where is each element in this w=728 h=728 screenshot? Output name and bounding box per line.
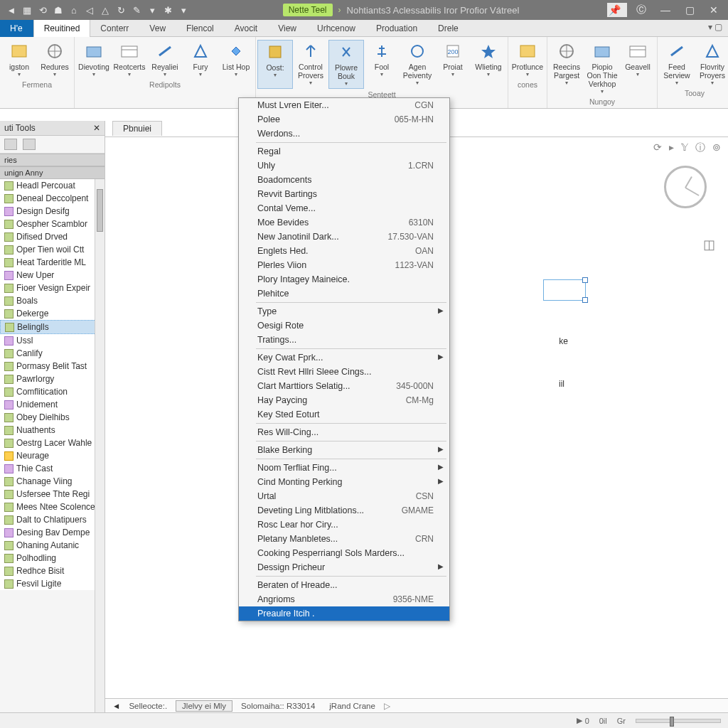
menu-item[interactable]: Clart Marttiors Selatig...345-000N <box>239 379 449 393</box>
menu-item[interactable]: Uhly1.CRN <box>239 159 449 173</box>
tree-item[interactable]: Pormasy Belit Tast <box>0 360 105 373</box>
tree-item[interactable]: Fioer Vesign Expeir <box>0 282 105 294</box>
menu-item[interactable]: Tratings... <box>239 333 449 347</box>
qat-back-icon[interactable]: ◄ <box>6 4 17 16</box>
tree-item[interactable]: Canlify <box>0 347 105 360</box>
ribbon-btn-flovrity-proyers[interactable]: Flovrity Proyers▾ <box>695 40 728 87</box>
menu-item[interactable]: Blake Berking▶ <box>239 443 449 457</box>
tree-scrollbar[interactable] <box>95 179 105 712</box>
menu-item[interactable]: Preaulre Itcih . <box>239 606 449 621</box>
tree-item[interactable]: Design Desifg <box>0 205 105 218</box>
ribbon-btn-dievoting[interactable]: Dievoting▾ <box>76 40 112 79</box>
ribbon-btn-control-provers[interactable]: Control Provers▾ <box>293 40 328 89</box>
menu-item[interactable]: Res Will-Cing... <box>239 425 449 439</box>
selected-shape[interactable] <box>543 279 586 301</box>
menu-item[interactable]: Noom Terfliat Fing...▶ <box>239 461 449 475</box>
tree-item[interactable]: Nuathents <box>0 424 105 437</box>
menu-item[interactable]: New Janotinil Dark...17.530-VAN <box>239 230 449 244</box>
menu-item[interactable]: Contal Veme... <box>239 201 449 215</box>
tree-item[interactable]: Dalt to Chlatipuers <box>0 513 105 526</box>
qat-triangle-icon[interactable]: △ <box>100 4 111 16</box>
qat-sync-icon[interactable]: ⟲ <box>37 4 48 16</box>
menu-item[interactable]: Revvit Bartings <box>239 187 449 201</box>
tree-item[interactable]: Thie Cast <box>0 462 105 475</box>
shape-handle-br[interactable] <box>582 297 588 303</box>
tab-vew[interactable]: Vew <box>139 20 176 37</box>
tree-item[interactable]: Deneal Deccolpent <box>0 192 105 205</box>
menu-item[interactable]: Englets Hed.OAN <box>239 244 449 258</box>
tree-item[interactable]: Polhodling <box>0 552 105 564</box>
sheet-tab[interactable]: Jlelvy ei Mly <box>176 700 232 712</box>
menu-item[interactable]: Polee065-M-HN <box>239 112 449 127</box>
status-run-icon[interactable]: ▶ <box>577 716 582 725</box>
tree-item[interactable]: Redhce Bisit <box>0 564 105 577</box>
menu-item[interactable]: Werdons... <box>239 127 449 141</box>
panel-sub-2[interactable]: unign Anny <box>0 166 105 179</box>
tree-item[interactable]: Difised Drved <box>0 230 105 243</box>
tree-item[interactable]: Comflitication <box>0 385 105 398</box>
tree-item[interactable]: Oper Tien woil Ctt <box>0 243 105 256</box>
qat-star-icon[interactable]: ✱ <box>162 4 173 16</box>
wc-close-icon[interactable]: ✕ <box>704 3 724 17</box>
status-zoom[interactable]: ▶ 0 <box>577 716 589 725</box>
menu-item[interactable]: Cooking Pesperriangl Sols Marders... <box>239 546 449 560</box>
pin-value-box[interactable]: 📌 8 <box>607 3 627 17</box>
qat-home-icon[interactable]: ⌂ <box>68 4 80 16</box>
tab-avocit[interactable]: Avocit <box>225 20 268 37</box>
status-oil[interactable]: 0il <box>599 717 607 725</box>
ci-info-icon[interactable]: ⓘ <box>695 141 705 154</box>
panel-close-icon[interactable]: ✕ <box>93 123 100 133</box>
menu-item[interactable]: Hay PaycingCM-Mg <box>239 393 449 407</box>
menu-item[interactable]: Key Cwat Fprk...▶ <box>239 350 449 365</box>
tab-urhcenow[interactable]: Urhcenow <box>307 20 366 37</box>
ribbon-btn-fool[interactable]: Fool▾ <box>364 40 400 89</box>
qat-compass-icon[interactable]: ◁ <box>84 4 95 16</box>
qat-pin-icon[interactable]: ☗ <box>53 4 64 16</box>
ribbon-btn-plowre-bouk[interactable]: Plowre Bouk▾ <box>328 40 364 89</box>
tree-item[interactable]: Oespher Scamblor <box>0 218 105 230</box>
ribbon-btn-agen-peiventy[interactable]: Agen Peiventy▾ <box>400 40 435 89</box>
tree-item[interactable]: Belinglls <box>0 320 105 334</box>
qat-dropdown-icon[interactable]: ▾ <box>146 4 158 16</box>
tree-item[interactable]: Mees Ntee Scolence <box>0 500 105 513</box>
tree-item[interactable]: Desing Bav Dempe <box>0 526 105 539</box>
ribbon-btn-list-hop[interactable]: List Hop▾ <box>218 40 254 79</box>
ribbon-btn-protlunce[interactable]: Protlunce▾ <box>510 40 545 79</box>
menu-item[interactable]: Angrioms9356-NME <box>239 592 449 606</box>
panel-tool2-icon[interactable] <box>23 139 36 150</box>
ci-bird-icon[interactable]: 𝕐 <box>681 141 688 154</box>
qat-save-icon[interactable]: ▦ <box>21 4 33 16</box>
ribbon-btn-reotcerts[interactable]: Reotcerts▾ <box>112 40 147 79</box>
ribbon-btn-feed-serview[interactable]: Feed Serview▾ <box>659 40 695 87</box>
ci-gear-icon[interactable]: ⊚ <box>712 141 721 154</box>
tree-item[interactable]: New Uper <box>0 269 105 282</box>
tree-item[interactable]: Unidement <box>0 398 105 411</box>
sheet-tab[interactable]: jRand Crane <box>323 701 381 711</box>
wc-minimize-icon[interactable]: — <box>655 3 675 17</box>
tab-produation[interactable]: Produation <box>366 20 428 37</box>
menu-item[interactable]: Moe Bevides6310N <box>239 215 449 230</box>
menu-item[interactable]: Plory Intagey Maineice. <box>239 272 449 287</box>
tree-item[interactable]: Oestrg Lacer Wahle <box>0 437 105 449</box>
tree-item[interactable]: Dekerge <box>0 307 105 320</box>
ribbon-btn-oost-[interactable]: Oost:▾ <box>257 40 293 89</box>
menu-item[interactable]: Must Lvren Eiter...CGN <box>239 98 449 112</box>
ribbon-btn-redures[interactable]: Redures▾ <box>37 40 73 79</box>
panel-tool1-icon[interactable] <box>4 139 17 150</box>
ci-tri-icon[interactable]: ▸ <box>669 141 674 154</box>
menu-item[interactable]: Plerles Viion1123-VAN <box>239 258 449 272</box>
tree-item[interactable]: Pawrlorgy <box>0 373 105 385</box>
tab-view[interactable]: View <box>268 20 307 37</box>
ribbon-btn-fury[interactable]: Fury▾ <box>183 40 218 79</box>
tab-flencol[interactable]: Flencol <box>176 20 225 37</box>
tree-item[interactable]: Chanage Viing <box>0 475 105 488</box>
sheet-nav-right-icon[interactable]: ▷ <box>384 701 390 711</box>
menu-item[interactable]: Oesigi Rote <box>239 318 449 333</box>
menu-item[interactable]: Beraten of Hreade... <box>239 578 449 592</box>
tree-item[interactable]: Boals <box>0 294 105 307</box>
menu-item[interactable]: Dessign Pricheur▶ <box>239 560 449 574</box>
tab-drele[interactable]: Drele <box>428 20 469 37</box>
tree-item[interactable]: Neurage <box>0 449 105 462</box>
menu-item[interactable]: Key Sted Eoturt <box>239 407 449 422</box>
ribbon-btn-igston[interactable]: igston▾ <box>1 40 37 79</box>
